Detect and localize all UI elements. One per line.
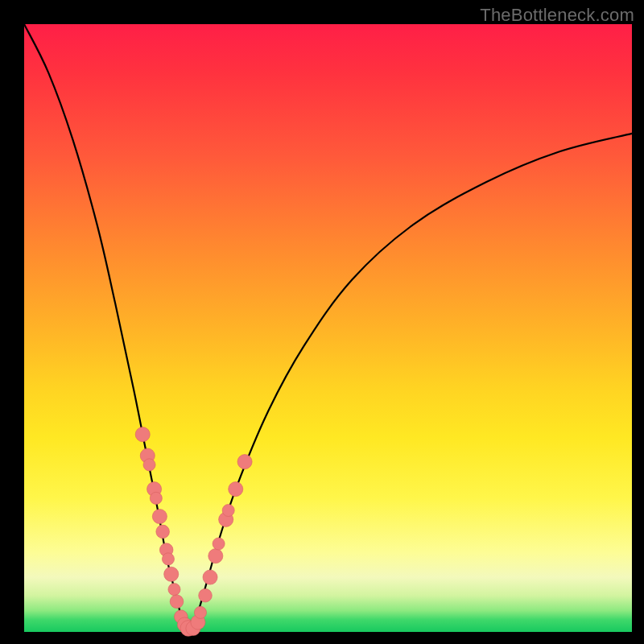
data-point [156, 525, 170, 539]
data-point [150, 492, 162, 504]
curve-left [24, 24, 188, 632]
data-point [229, 482, 243, 497]
curve-right [188, 134, 632, 632]
data-point [143, 459, 155, 471]
data-point [203, 570, 217, 584]
data-point-markers [135, 427, 252, 637]
watermark-text: TheBottleneck.com [480, 5, 634, 26]
data-point [164, 567, 179, 581]
data-point [222, 504, 234, 516]
data-point [194, 606, 206, 618]
data-point [162, 553, 174, 565]
data-point [213, 538, 225, 550]
data-point [208, 549, 223, 564]
chart-frame: TheBottleneck.com [0, 0, 644, 644]
data-point [170, 595, 184, 609]
data-point [152, 509, 167, 523]
data-point [199, 588, 213, 602]
plot-area [24, 24, 632, 632]
bottleneck-curve-svg [24, 24, 632, 632]
data-point [237, 455, 252, 469]
data-point [135, 427, 150, 442]
data-point [168, 584, 180, 596]
